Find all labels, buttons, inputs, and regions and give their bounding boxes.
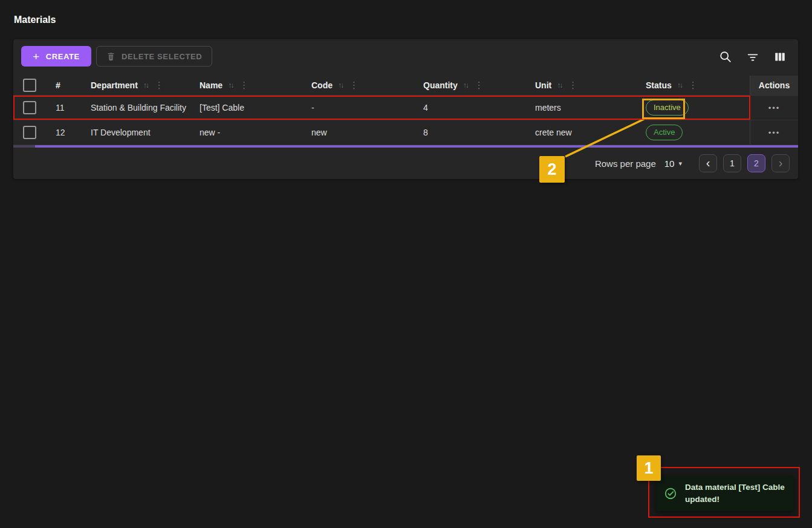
row-actions-button[interactable]: ••• xyxy=(765,128,784,138)
toast-success[interactable]: Data material [Test] Cable updated! xyxy=(656,475,794,511)
check-circle-icon xyxy=(664,487,677,500)
column-header-unit: Unit ↑↓⋮ xyxy=(535,76,646,95)
delete-selected-label: DELETE SELECTED xyxy=(122,52,202,61)
page-title: Materials xyxy=(14,15,56,25)
column-header-actions: Actions xyxy=(750,76,798,95)
table-toolbar: + CREATE DELETE SELECTED xyxy=(13,39,798,76)
sort-icon[interactable]: ↑↓ xyxy=(677,81,682,90)
next-page-button[interactable]: › xyxy=(771,154,790,172)
create-button[interactable]: + CREATE xyxy=(21,46,91,67)
column-menu-icon[interactable]: ⋮ xyxy=(239,80,248,91)
annotation-step-1: 1 xyxy=(637,455,661,481)
cell-num: 11 xyxy=(42,96,91,120)
column-header-department: Department ↑↓⋮ xyxy=(91,76,200,95)
trash-icon xyxy=(106,51,115,61)
column-menu-icon[interactable]: ⋮ xyxy=(568,80,577,91)
chevron-left-icon: ‹ xyxy=(706,157,710,169)
search-icon[interactable] xyxy=(717,48,734,65)
column-menu-icon[interactable]: ⋮ xyxy=(475,80,484,91)
sort-icon[interactable]: ↑↓ xyxy=(228,81,233,90)
select-row-checkbox[interactable] xyxy=(23,126,36,139)
column-menu-icon[interactable]: ⋮ xyxy=(155,80,164,91)
sort-icon[interactable]: ↑↓ xyxy=(143,81,148,90)
page-button-2-current[interactable]: 2 xyxy=(747,154,765,172)
cell-name: new - xyxy=(200,120,311,145)
annotation-step-2: 2 xyxy=(539,156,565,183)
table-row[interactable]: 11 Station & Building Facility [Test] Ca… xyxy=(13,96,798,120)
column-menu-icon[interactable]: ⋮ xyxy=(689,80,698,91)
table-header-row: # Department ↑↓⋮ Name ↑↓⋮ Code ↑↓⋮ Quant… xyxy=(13,76,798,96)
column-header-status: Status ↑↓⋮ xyxy=(646,76,750,95)
cell-unit: meters xyxy=(535,96,646,120)
select-all-checkbox[interactable] xyxy=(23,79,36,92)
delete-selected-button[interactable]: DELETE SELECTED xyxy=(96,46,212,67)
caret-down-icon: ▾ xyxy=(678,160,682,168)
cell-department: IT Development xyxy=(91,120,200,145)
status-badge: Inactive xyxy=(646,100,689,116)
toast-message: Data material [Test] Cable updated! xyxy=(685,481,788,506)
sort-icon[interactable]: ↑↓ xyxy=(463,81,468,90)
pagination-bar: Rows per page 10 ▾ ‹ 1 2 › xyxy=(13,148,798,179)
filter-icon[interactable] xyxy=(744,48,761,65)
page-button-1[interactable]: 1 xyxy=(723,154,741,172)
toolbar-icons xyxy=(717,48,788,65)
chevron-right-icon: › xyxy=(779,157,783,169)
cell-unit: crete new xyxy=(535,120,646,145)
columns-icon[interactable] xyxy=(771,48,788,65)
column-header-code: Code ↑↓⋮ xyxy=(311,76,423,95)
table-body: 11 Station & Building Facility [Test] Ca… xyxy=(13,96,798,145)
sort-icon[interactable]: ↑↓ xyxy=(557,81,562,90)
prev-page-button[interactable]: ‹ xyxy=(699,154,717,172)
rows-per-page-select[interactable]: 10 ▾ xyxy=(664,158,682,169)
materials-card: + CREATE DELETE SELECTED # Department xyxy=(13,39,798,179)
cell-quantity: 4 xyxy=(423,96,535,120)
sort-icon[interactable]: ↑↓ xyxy=(338,81,343,90)
status-badge: Active xyxy=(646,125,683,140)
cell-num: 12 xyxy=(42,120,91,145)
plus-icon: + xyxy=(33,51,40,62)
cell-department: Station & Building Facility xyxy=(91,96,200,120)
rows-per-page-label: Rows per page xyxy=(595,158,656,169)
cell-code: new xyxy=(311,120,423,145)
cell-code: - xyxy=(311,96,423,120)
cell-quantity: 8 xyxy=(423,120,535,145)
column-header-num: # xyxy=(42,76,91,95)
create-button-label: CREATE xyxy=(46,52,80,61)
row-actions-button[interactable]: ••• xyxy=(765,103,784,113)
cell-name: [Test] Cable xyxy=(200,96,311,120)
column-header-quantity: Quantity ↑↓⋮ xyxy=(423,76,535,95)
select-row-checkbox[interactable] xyxy=(23,101,36,114)
column-menu-icon[interactable]: ⋮ xyxy=(349,80,359,91)
table-row[interactable]: 12 IT Development new - new 8 crete new … xyxy=(13,120,798,145)
column-header-name: Name ↑↓⋮ xyxy=(200,76,311,95)
